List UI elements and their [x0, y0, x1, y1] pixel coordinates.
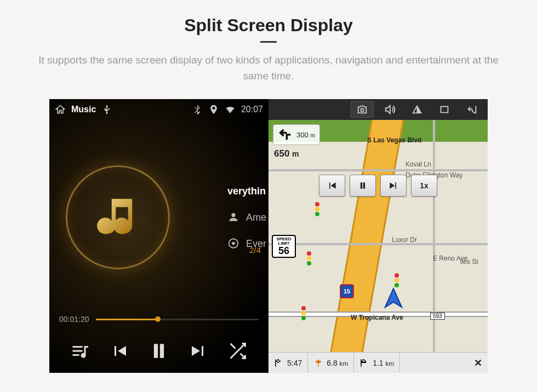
nav-bottom-bar: 5:47 6.8 km 1.1 km ✕: [268, 352, 488, 373]
speed-limit-sign: SPEED LIMIT 56: [272, 235, 296, 258]
volume-button[interactable]: [378, 101, 401, 118]
android-status-bar: Music 20:07: [49, 99, 268, 120]
bluetooth-icon: [192, 104, 203, 115]
page-subtitle: It supports the same screen display of t…: [27, 53, 510, 84]
brightness-button[interactable]: [405, 101, 429, 118]
street-label: Luxor Dr: [392, 236, 417, 244]
highway-shield: 15: [340, 284, 354, 298]
progress-row: 00:01:20: [49, 315, 268, 329]
music-pane: Music 20:07: [49, 99, 268, 373]
svg-rect-6: [279, 359, 281, 360]
next-button[interactable]: [186, 339, 210, 363]
home-icon[interactable]: [55, 104, 66, 115]
traffic-light-icon: [395, 273, 399, 288]
svg-rect-9: [279, 361, 281, 362]
route-pause-button[interactable]: [350, 175, 376, 197]
svg-rect-13: [364, 359, 366, 360]
route-prev-button[interactable]: [319, 175, 345, 197]
eta-cell: 5:47: [268, 353, 308, 373]
page-title: Split Screen Display: [0, 15, 537, 36]
vehicle-cursor-icon: [381, 286, 406, 314]
track-list: verythin Ame Ever: [227, 186, 268, 250]
flag-icon: [359, 358, 369, 368]
street-label: W Tropicana Ave: [351, 314, 403, 321]
signpost-icon: [313, 358, 323, 368]
svg-point-1: [232, 242, 235, 245]
player-controls: [49, 329, 268, 373]
navigation-pane: S Las Vegas Blvd Koval Ln Duke Ellington…: [268, 99, 488, 373]
shuffle-button[interactable]: [226, 339, 250, 363]
playlist-button[interactable]: [68, 339, 92, 363]
album-art-ring[interactable]: [66, 165, 170, 269]
person-icon: [227, 211, 239, 223]
distance-remaining: 650 m: [274, 148, 299, 159]
svg-rect-14: [363, 360, 364, 361]
track-counter: 2/4: [249, 245, 261, 255]
android-system-bar: [268, 99, 488, 120]
close-nav-button[interactable]: ✕: [469, 353, 488, 373]
flag-icon: [274, 358, 284, 368]
street-label: Koval Ln: [405, 160, 431, 168]
track-row[interactable]: Ame: [227, 211, 266, 223]
wifi-icon: [225, 104, 236, 115]
previous-button[interactable]: [107, 339, 132, 363]
usb-icon: [101, 104, 112, 115]
back-button[interactable]: [460, 101, 483, 118]
total-distance-cell: 6.8 km: [308, 353, 354, 373]
route-next-button[interactable]: [380, 175, 407, 197]
traffic-light-icon: [301, 306, 306, 321]
route-speed-button[interactable]: 1x: [411, 175, 437, 197]
turn-left-icon: [278, 127, 293, 142]
svg-rect-3: [441, 107, 448, 113]
elapsed-time: 00:01:20: [59, 315, 89, 324]
location-icon: [208, 104, 219, 115]
status-app-title: Music: [71, 105, 96, 114]
pause-button[interactable]: [147, 339, 171, 363]
recent-apps-button[interactable]: [433, 101, 456, 118]
disc-icon: [227, 238, 239, 250]
music-body: verythin Ame Ever 2/4: [49, 120, 268, 315]
svg-rect-7: [277, 360, 279, 361]
street-label: iles St: [460, 258, 478, 266]
device-frame: Music 20:07: [49, 99, 488, 373]
track-row-current[interactable]: verythin: [227, 186, 266, 197]
map-canvas[interactable]: S Las Vegas Blvd Koval Ln Duke Ellington…: [268, 120, 488, 352]
turn-instruction: 300 m: [273, 124, 320, 145]
exit-badge: 593: [430, 313, 445, 320]
svg-point-2: [361, 108, 364, 112]
next-distance-cell: 1.1 km: [354, 353, 400, 373]
title-underline: [260, 41, 277, 43]
street-label: S Las Vegas Blvd: [367, 136, 421, 144]
screenshot-button[interactable]: [351, 101, 374, 118]
music-note-icon: [93, 193, 142, 242]
traffic-light-icon: [307, 251, 311, 266]
seek-bar[interactable]: [96, 319, 259, 320]
status-clock: 20:07: [241, 105, 263, 114]
traffic-light-icon: [315, 202, 319, 217]
route-playback-controls: 1x: [319, 175, 437, 197]
